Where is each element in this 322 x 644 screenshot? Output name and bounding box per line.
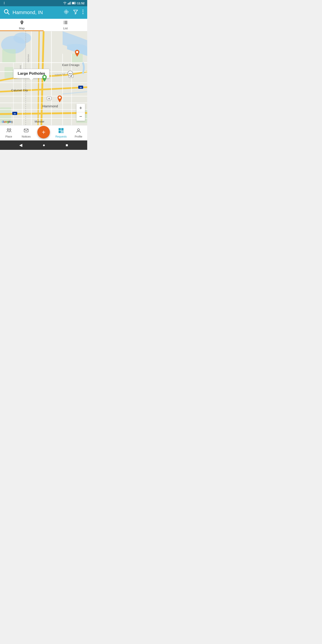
svg-point-30 xyxy=(14,32,31,44)
svg-rect-32 xyxy=(4,67,14,78)
svg-text:90: 90 xyxy=(80,86,82,88)
svg-rect-22 xyxy=(64,21,64,22)
svg-point-75 xyxy=(7,128,8,130)
bottom-nav: Place Notices + Requests xyxy=(0,125,87,140)
filter-icon[interactable] xyxy=(73,9,78,16)
svg-rect-1 xyxy=(4,3,4,3)
map-marker-orange-2[interactable] xyxy=(56,95,64,105)
nav-label-requests: Requests xyxy=(56,135,67,138)
svg-line-11 xyxy=(8,13,10,14)
notices-icon xyxy=(23,128,29,134)
zoom-controls: + − xyxy=(76,104,85,121)
app-bar-title: Hammond, IN xyxy=(12,10,61,16)
zoom-out-button[interactable]: − xyxy=(76,112,85,121)
svg-rect-26 xyxy=(64,23,64,24)
svg-point-20 xyxy=(82,12,84,12)
svg-text:INDIANA: INDIANA xyxy=(27,54,30,62)
svg-text:94: 94 xyxy=(14,113,16,115)
tab-list[interactable]: List xyxy=(44,19,87,31)
svg-rect-3 xyxy=(68,3,68,5)
nav-label-profile: Profile xyxy=(75,135,82,138)
svg-point-13 xyxy=(64,10,68,14)
nav-item-add[interactable]: + xyxy=(35,126,52,140)
svg-rect-27 xyxy=(64,23,67,24)
zoom-in-button[interactable]: + xyxy=(76,104,85,112)
svg-rect-25 xyxy=(64,22,67,23)
svg-point-10 xyxy=(4,10,8,13)
svg-rect-23 xyxy=(64,21,67,22)
svg-rect-2 xyxy=(4,4,4,4)
search-icon[interactable] xyxy=(4,9,10,16)
add-icon: + xyxy=(42,129,46,135)
list-tab-icon xyxy=(63,20,68,26)
nav-item-notices[interactable]: Notices xyxy=(18,128,35,138)
map-marker-orange-1[interactable] xyxy=(73,49,81,60)
svg-text:Hammond: Hammond xyxy=(42,104,58,108)
svg-text:Munster: Munster xyxy=(35,120,44,123)
svg-point-21 xyxy=(82,13,84,14)
svg-point-76 xyxy=(10,128,11,130)
tab-map-label: Map xyxy=(19,26,24,30)
map-marker-green[interactable] xyxy=(41,74,48,84)
svg-text:41: 41 xyxy=(48,98,50,100)
more-icon[interactable] xyxy=(82,9,84,16)
nav-item-place[interactable]: Place xyxy=(0,128,18,138)
svg-text:Calumet City: Calumet City xyxy=(11,88,28,92)
svg-point-73 xyxy=(44,76,46,78)
nav-label-notices: Notices xyxy=(22,135,31,138)
svg-text:312: 312 xyxy=(69,73,72,75)
svg-text:East Chicago: East Chicago xyxy=(62,63,80,67)
signal-icon xyxy=(68,2,71,5)
svg-rect-5 xyxy=(69,2,70,5)
svg-rect-31 xyxy=(2,49,16,62)
svg-point-84 xyxy=(77,129,80,131)
svg-point-12 xyxy=(66,11,67,12)
svg-rect-8 xyxy=(76,3,76,4)
nav-item-profile[interactable]: Profile xyxy=(70,128,87,138)
wifi-icon xyxy=(63,2,67,5)
svg-point-74 xyxy=(58,96,61,99)
status-time: 11:52 xyxy=(77,2,84,5)
nav-item-requests[interactable]: Requests xyxy=(52,128,70,138)
requests-icon xyxy=(58,128,64,134)
add-button[interactable]: + xyxy=(37,126,50,138)
app-bar-actions xyxy=(64,9,84,16)
svg-rect-79 xyxy=(61,128,64,130)
tab-list-label: List xyxy=(63,26,68,30)
tab-bar: Map List xyxy=(0,19,87,31)
android-nav-bar: ◀ ● ■ xyxy=(0,140,87,150)
status-bar: 11:52 xyxy=(0,0,87,6)
svg-rect-6 xyxy=(70,2,70,5)
svg-rect-9 xyxy=(72,2,74,4)
svg-rect-4 xyxy=(68,3,69,5)
place-icon xyxy=(6,128,12,134)
location-icon[interactable] xyxy=(64,9,69,16)
map-tab-icon xyxy=(20,20,24,26)
map-container[interactable]: ILLINOIS INDIANA 90 94 41 20 312 Calumet… xyxy=(0,31,87,125)
svg-rect-78 xyxy=(58,128,61,130)
home-button[interactable]: ● xyxy=(43,143,45,148)
back-button[interactable]: ◀ xyxy=(19,143,22,148)
nav-label-place: Place xyxy=(5,135,12,138)
svg-rect-24 xyxy=(64,22,64,23)
app-bar: Hammond, IN xyxy=(0,6,87,19)
svg-rect-0 xyxy=(4,2,4,2)
recent-button[interactable]: ■ xyxy=(66,143,68,148)
svg-marker-18 xyxy=(74,10,78,14)
svg-point-72 xyxy=(76,51,78,53)
battery-icon xyxy=(72,2,76,4)
svg-rect-80 xyxy=(58,131,61,133)
svg-point-19 xyxy=(82,10,84,10)
tab-map[interactable]: Map xyxy=(0,19,44,31)
status-icons: 11:52 xyxy=(63,2,84,5)
profile-icon xyxy=(76,128,82,134)
google-logo: Google xyxy=(2,120,11,124)
